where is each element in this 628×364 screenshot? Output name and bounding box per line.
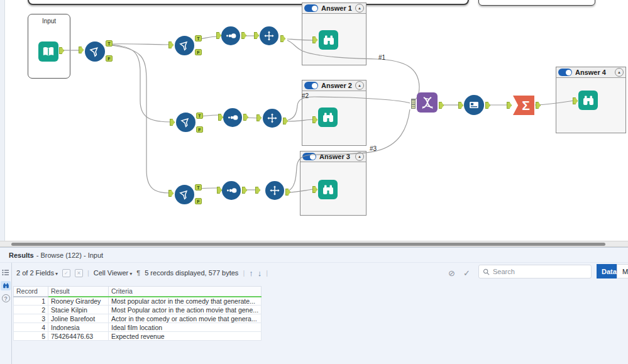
sample-tool-row1[interactable] [221, 26, 240, 45]
filter-tool-1[interactable] [85, 41, 105, 62]
input-anchor[interactable] [218, 114, 223, 121]
input-anchor[interactable] [458, 102, 463, 109]
output-anchor[interactable] [242, 187, 247, 194]
clear-selection-icon[interactable]: ✕ [75, 269, 83, 277]
browse-view-icon-selected[interactable] [1, 281, 11, 290]
input-anchor[interactable] [170, 119, 175, 126]
browse-tool-answer4[interactable] [578, 91, 598, 110]
filter-tool-row3[interactable] [175, 185, 194, 204]
output-anchor[interactable] [283, 118, 288, 124]
column-header-result[interactable]: Result [48, 287, 109, 297]
collapse-button[interactable]: ▲ [355, 4, 364, 13]
input-anchor[interactable] [254, 32, 259, 39]
list-view-icon[interactable] [1, 268, 11, 277]
offscreen-container-left[interactable] [28, 0, 469, 5]
browse-tool-answer2[interactable] [318, 108, 338, 127]
cell-viewer-dropdown[interactable]: Cell Viewer▾ [94, 269, 132, 277]
table-row[interactable]: 1Rooney GirardeyMost popular actor in th… [14, 297, 262, 306]
arrow-down-icon[interactable]: ↓ [258, 268, 262, 278]
result-cell[interactable]: Stacie Kilpin [48, 306, 109, 314]
sample-tool-row3[interactable] [222, 181, 241, 200]
output-anchor[interactable] [439, 102, 444, 109]
criteria-cell[interactable]: Most popular actor in the comedy that ge… [109, 297, 262, 306]
tab-metadata[interactable]: Metadata [617, 264, 628, 279]
table-row[interactable]: 5754264476.63Expected revenue [14, 332, 262, 341]
input-anchor[interactable] [79, 47, 84, 53]
true-output-anchor[interactable]: T [106, 40, 113, 47]
fields-dropdown[interactable]: 2 of 2 Fields▾ [16, 269, 58, 277]
arrange-tool-row2[interactable] [263, 109, 282, 128]
container-toggle[interactable] [302, 153, 316, 160]
criteria-cell[interactable]: Actor in the comedy or action movie that… [109, 314, 262, 323]
input-anchor[interactable] [216, 32, 221, 39]
criteria-cell[interactable]: Most Popular actor in the action movie t… [109, 306, 262, 314]
true-output-anchor[interactable]: T [195, 35, 202, 41]
report-tool[interactable] [464, 95, 484, 115]
table-row[interactable]: 3Joline BarefootActor in the comedy or a… [14, 314, 262, 323]
browse-tool-answer1[interactable] [319, 30, 338, 50]
browse-tool-answer3[interactable] [318, 180, 338, 199]
result-cell[interactable]: Joline Barefoot [48, 314, 109, 323]
table-row[interactable]: 4IndonesiaIdeal film location [14, 323, 262, 332]
input-anchor[interactable] [217, 187, 222, 194]
collapse-button[interactable]: ▲ [355, 152, 364, 161]
output-anchor[interactable] [285, 189, 290, 196]
filter-tool-row1[interactable] [175, 36, 194, 55]
union-tool[interactable] [417, 92, 438, 113]
input-anchor[interactable] [255, 187, 260, 194]
output-anchor[interactable] [485, 102, 490, 109]
arrange-tool-row3[interactable] [265, 181, 284, 200]
record-cell[interactable]: 1 [14, 297, 48, 306]
column-header-record[interactable]: Record [14, 287, 48, 297]
false-output-anchor[interactable]: F [195, 198, 202, 204]
criteria-cell[interactable]: Expected revenue [109, 332, 262, 341]
toolbar-separator: | [87, 269, 89, 277]
input-anchor[interactable] [168, 190, 174, 197]
arrow-up-icon[interactable]: ↑ [249, 268, 253, 278]
result-cell[interactable]: 754264476.63 [48, 332, 109, 341]
output-anchor[interactable] [536, 102, 541, 109]
scrollbar-thumb[interactable] [11, 243, 605, 246]
horizontal-scrollbar[interactable] [0, 241, 628, 247]
show-whitespace-icon[interactable]: ¶ [136, 269, 140, 277]
column-header-criteria[interactable]: Criteria [109, 287, 262, 297]
false-output-anchor[interactable]: F [196, 126, 203, 133]
input-anchor[interactable] [507, 102, 512, 109]
container-toggle[interactable] [304, 4, 318, 12]
arrange-tool-row1[interactable] [260, 26, 278, 45]
collapse-button[interactable]: ▲ [355, 81, 364, 90]
false-output-anchor[interactable]: F [106, 55, 113, 62]
collapse-button[interactable]: ▲ [615, 68, 624, 77]
output-anchor[interactable] [243, 114, 248, 121]
record-cell[interactable]: 5 [14, 332, 48, 341]
multi-input-anchor[interactable] [411, 99, 416, 109]
input-anchor[interactable] [256, 114, 262, 121]
sample-tool-row2[interactable] [223, 108, 242, 127]
output-anchor[interactable] [280, 35, 285, 42]
true-output-anchor[interactable]: T [195, 184, 202, 190]
container-toggle[interactable] [304, 82, 318, 89]
criteria-cell[interactable]: Ideal film location [109, 323, 262, 332]
input-anchor[interactable] [168, 41, 174, 48]
false-output-anchor[interactable]: F [195, 49, 202, 55]
record-cell[interactable]: 3 [14, 314, 48, 323]
output-anchor[interactable] [241, 32, 246, 39]
offscreen-container-right[interactable] [478, 0, 595, 6]
summarize-tool[interactable]: Σ [513, 96, 534, 115]
result-cell[interactable]: Rooney Girardey [48, 297, 109, 306]
record-cell[interactable]: 2 [14, 306, 48, 314]
apply-check-icon[interactable]: ✓ [463, 268, 470, 278]
search-input[interactable] [493, 268, 575, 275]
container-toggle[interactable] [558, 69, 572, 76]
workflow-canvas[interactable]: Input Answer 1 ▲ Answer 2 ▲ Answer 3 ▲ [0, 0, 628, 241]
search-box[interactable] [478, 265, 592, 279]
text-input-tool[interactable] [38, 41, 58, 62]
cancel-icon[interactable]: ⊘ [448, 268, 455, 278]
select-all-checkbox-icon[interactable]: ✓ [62, 269, 70, 277]
table-row[interactable]: 2Stacie KilpinMost Popular actor in the … [14, 306, 262, 314]
help-icon[interactable]: ? [2, 294, 10, 302]
record-cell[interactable]: 4 [14, 323, 48, 332]
true-output-anchor[interactable]: T [196, 113, 203, 119]
filter-tool-row2[interactable] [176, 113, 196, 132]
result-cell[interactable]: Indonesia [48, 323, 109, 332]
